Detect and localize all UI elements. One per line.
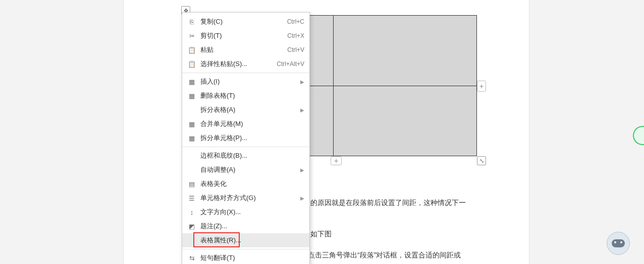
table-add-row-button[interactable]: + — [331, 156, 342, 165]
page-gutter-right — [529, 0, 644, 264]
menu-item-label: 粘贴 — [196, 45, 283, 54]
delete-table-icon: ▦ — [187, 92, 196, 100]
menu-item-label: 单元格对齐方式(G) — [196, 193, 297, 203]
menu-separator — [182, 147, 309, 147]
menu-table-properties[interactable]: 表格属性(R)... — [182, 233, 309, 247]
menu-item-label: 拆分表格(A) — [196, 105, 297, 114]
table-context-menu[interactable]: ⎘复制(C)Ctrl+C✂剪切(T)Ctrl+X📋粘贴Ctrl+V📋选择性粘贴(… — [182, 12, 310, 264]
assistant-fab[interactable] — [607, 232, 630, 255]
menu-shortcut: Ctrl+Alt+V — [273, 60, 304, 68]
menu-shortcut: Ctrl+C — [283, 18, 304, 25]
menu-item-label: 删除表格(T) — [196, 91, 304, 100]
plus-icon: + — [479, 82, 484, 90]
page-gutter-left — [0, 0, 124, 264]
menu-item-label: 选择性粘贴(S)... — [196, 59, 273, 69]
menu-item-label: 自动调整(A) — [196, 165, 297, 174]
paste-icon: 📋 — [187, 46, 196, 54]
menu-item-label: 拆分单元格(P)... — [196, 134, 304, 143]
menu-merge-cells[interactable]: ▦合并单元格(M) — [182, 117, 309, 131]
text-direction-icon: ↕ — [187, 209, 196, 216]
body-text-line: 点击三角号弹出“段落”对话框，设置合适的间距或 — [308, 251, 461, 260]
chevron-right-icon: ▶ — [297, 79, 304, 85]
menu-table-beautify[interactable]: ▤表格美化 — [182, 177, 309, 191]
paste-special-icon: 📋 — [187, 60, 196, 68]
menu-item-label: 题注(Z)... — [196, 222, 304, 231]
resize-icon: ⤡ — [479, 158, 484, 164]
menu-autofit[interactable]: 自动调整(A)▶ — [182, 163, 309, 177]
menu-cut[interactable]: ✂剪切(T)Ctrl+X — [182, 29, 309, 43]
translate-icon: ⇆ — [187, 254, 196, 262]
table-cell[interactable] — [333, 86, 477, 156]
align-icon: ☰ — [187, 194, 196, 202]
menu-shortcut: Ctrl+V — [283, 46, 304, 53]
merge-cells-icon: ▦ — [187, 120, 196, 128]
menu-paste-special[interactable]: 📋选择性粘贴(S)...Ctrl+Alt+V — [182, 57, 309, 71]
menu-text-direction[interactable]: ↕文字方向(X)... — [182, 205, 309, 219]
menu-delete-table[interactable]: ▦删除表格(T) — [182, 89, 309, 103]
menu-item-label: 文字方向(X)... — [196, 208, 304, 217]
split-cells-icon: ▦ — [187, 135, 196, 142]
menu-caption[interactable]: ◩题注(Z)... — [182, 219, 309, 233]
cut-icon: ✂ — [187, 32, 196, 40]
menu-cell-align[interactable]: ☰单元格对齐方式(G)▶ — [182, 191, 309, 205]
table-cell[interactable] — [333, 16, 477, 86]
insert-table-icon: ▦ — [187, 78, 196, 86]
menu-separator — [182, 249, 309, 249]
menu-item-label: 剪切(T) — [196, 31, 283, 40]
menu-insert[interactable]: ▦插入(I)▶ — [182, 75, 309, 89]
menu-translate[interactable]: ⇆短句翻译(T) — [182, 251, 309, 264]
assistant-face-icon — [612, 239, 625, 247]
chevron-right-icon: ▶ — [297, 167, 304, 173]
menu-item-label: 表格属性(R)... — [196, 236, 304, 245]
menu-paste[interactable]: 📋粘贴Ctrl+V — [182, 43, 309, 57]
menu-item-label: 表格美化 — [196, 179, 304, 188]
menu-item-label: 边框和底纹(B)... — [196, 151, 304, 160]
table-resize-handle[interactable]: ⤡ — [477, 156, 486, 165]
table-add-column-button[interactable]: + — [477, 81, 486, 92]
menu-item-label: 短句翻译(T) — [196, 253, 304, 262]
caption-icon: ◩ — [187, 223, 196, 230]
copy-icon: ⎘ — [187, 18, 196, 26]
menu-borders-shading[interactable]: 边框和底纹(B)... — [182, 149, 309, 163]
menu-copy[interactable]: ⎘复制(C)Ctrl+C — [182, 15, 309, 29]
menu-separator — [182, 73, 309, 73]
beautify-icon: ▤ — [187, 180, 196, 188]
chevron-right-icon: ▶ — [297, 107, 304, 113]
body-text-line: 的原因就是在段落前后设置了间距，这种情况下一 — [310, 199, 466, 208]
menu-split-table[interactable]: 拆分表格(A)▶ — [182, 103, 309, 117]
menu-split-cells[interactable]: ▦拆分单元格(P)... — [182, 131, 309, 145]
plus-icon: + — [334, 157, 338, 165]
body-text-line: 如下图 — [310, 230, 332, 239]
menu-item-label: 合并单元格(M) — [196, 119, 304, 128]
menu-shortcut: Ctrl+X — [283, 32, 304, 39]
chevron-right-icon: ▶ — [297, 195, 304, 201]
menu-item-label: 复制(C) — [196, 17, 283, 26]
menu-item-label: 插入(I) — [196, 77, 297, 86]
